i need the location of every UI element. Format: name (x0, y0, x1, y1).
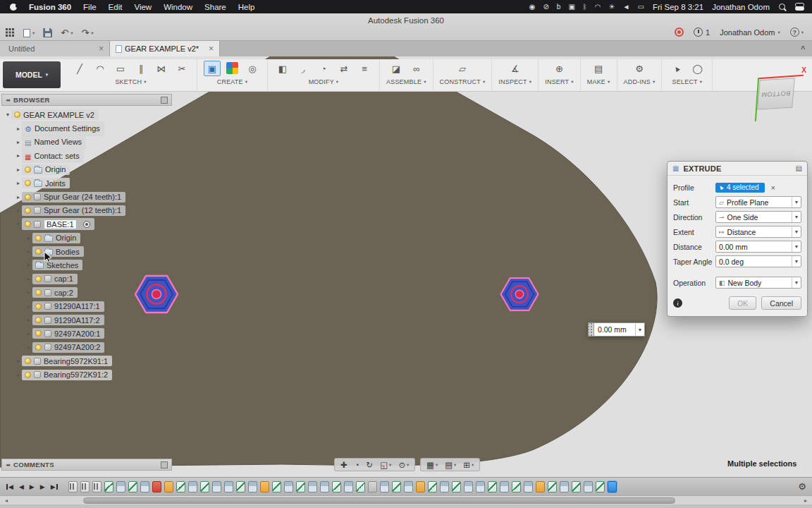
browser-item-cap-1[interactable]: ▸ cap:1 (1, 272, 172, 286)
menubar-menu[interactable]: Share (204, 3, 226, 11)
app-menu-name[interactable]: Fusion 360 (29, 3, 71, 11)
undo-button[interactable]: ↶▾ (61, 28, 73, 38)
timeline-feature-icon[interactable] (140, 481, 149, 492)
ribbon-group-label-sketch[interactable]: SKETCH▾ (115, 78, 146, 85)
clear-selection-icon[interactable]: × (771, 183, 775, 192)
menubar-menu[interactable]: File (83, 3, 97, 11)
row-icon[interactable] (25, 167, 31, 173)
browser-item-bearing-2[interactable]: ▸ Bearing5972K91:2 (1, 368, 172, 381)
tab-close-icon[interactable]: × (99, 44, 104, 54)
expander-icon[interactable]: ▸ (25, 289, 32, 296)
go-to-end-icon[interactable]: ▶ (51, 483, 59, 490)
shell-icon[interactable]: ◔ (315, 61, 332, 76)
scroll-right-icon[interactable]: ▸ (801, 496, 811, 504)
hex-bolt-head-right[interactable] (498, 273, 541, 315)
row-icon-2[interactable] (34, 207, 41, 214)
timeline-feature-icon[interactable] (188, 481, 197, 492)
row-icon-2[interactable] (44, 344, 51, 351)
browser-item-bearing-1[interactable]: ▸ Bearing5972K91:1 (1, 354, 172, 368)
timeline-feature-icon[interactable] (464, 481, 473, 492)
tab-gear-example-v2[interactable]: GEAR EXAMPLE v2* × (110, 41, 220, 56)
menubar-clock[interactable]: Fri Sep 8 3:21 (653, 3, 703, 11)
timeline-feature-icon[interactable] (284, 481, 293, 492)
menubar-status-icon[interactable]: ☀ (609, 3, 615, 11)
row-icon[interactable] (25, 221, 31, 227)
browser-item-91290a117-1[interactable]: ▸ 91290A117:1 (1, 299, 172, 313)
collapse-panel-icon[interactable]: ◂◂ (6, 462, 9, 468)
timeline-feature-icon[interactable] (488, 481, 497, 492)
redo-button[interactable]: ↷▾ (81, 28, 93, 38)
row-icon[interactable] (25, 135, 31, 148)
cancel-button[interactable]: Cancel (761, 296, 801, 310)
dialog-titlebar[interactable]: ▦ EXTRUDE ▤ (668, 162, 807, 176)
ribbon-group-label-select[interactable]: SELECT▾ (672, 78, 703, 85)
browser-item-root[interactable]: ▾ GEAR EXAMPLE v2 (1, 108, 172, 121)
row-icon[interactable] (35, 317, 42, 323)
timeline-feature-icon[interactable] (368, 481, 377, 492)
timeline-feature-icon[interactable] (584, 481, 593, 492)
browser-item-base-bodies[interactable]: ▸ Bodies (1, 245, 172, 258)
viewcube-face[interactable]: BOTTOM (757, 78, 795, 110)
row-icon[interactable] (35, 303, 42, 310)
start-dropdown[interactable]: ▱ Profile Plane ▼ (715, 196, 801, 208)
joint-icon[interactable]: ∞ (408, 61, 425, 76)
row-icon-2[interactable] (44, 236, 53, 242)
help-menu[interactable]: ?▾ (790, 28, 804, 37)
row-icon[interactable] (25, 194, 31, 200)
play-icon[interactable]: ▶ (30, 483, 35, 490)
expander-icon[interactable]: ▸ (25, 262, 32, 268)
menubar-menu[interactable]: View (134, 3, 152, 11)
rectangle-icon[interactable]: ▭ (112, 61, 129, 76)
timeline-feature-icon[interactable] (164, 481, 173, 492)
collapse-panel-icon[interactable]: ◂◂ (6, 97, 9, 103)
mirror-icon[interactable]: ⋈ (153, 61, 170, 76)
revolve-icon[interactable]: ◎ (244, 61, 261, 76)
fillet-icon[interactable]: ◞ (295, 61, 312, 76)
row-icon[interactable] (25, 372, 31, 378)
step-back-icon[interactable]: ◀ (19, 483, 24, 490)
row-icon[interactable] (35, 330, 42, 337)
browser-header[interactable]: ◂◂ BROWSER (1, 94, 172, 106)
menubar-status-icon[interactable]: ▣ (568, 3, 574, 11)
info-icon[interactable]: i (673, 298, 682, 308)
timeline-feature-icon[interactable] (320, 481, 329, 492)
timeline-feature-icon[interactable] (332, 481, 341, 492)
expander-icon[interactable]: ▸ (25, 276, 32, 282)
app-grid-button[interactable] (6, 28, 15, 37)
timeline-settings-gear-icon[interactable]: ⚙ (798, 481, 806, 492)
expander-icon[interactable]: ▸ (25, 235, 32, 241)
row-icon[interactable] (35, 235, 42, 241)
control-center-icon[interactable] (795, 3, 804, 11)
distance-input[interactable]: 0.00 mm ▼ (594, 322, 645, 337)
user-menu[interactable]: Jonathan Odom▾ (720, 28, 780, 37)
browser-item-91290a117-2[interactable]: ▸ 91290A117:2 (1, 313, 172, 327)
scripts-addins-icon[interactable]: ⚙ (631, 61, 648, 76)
timeline-feature-icon[interactable] (428, 481, 437, 492)
timeline-feature-icon[interactable] (224, 481, 233, 492)
browser-item-contact-sets[interactable]: ▸ Contact: sets (1, 149, 172, 162)
comments-header[interactable]: ◂◂ COMMENTS (1, 459, 172, 471)
pan-icon[interactable]: ✚ (340, 460, 347, 470)
timeline-feature-icon[interactable] (104, 481, 113, 492)
dialog-menu-icon[interactable]: ▤ (796, 164, 802, 172)
line-icon[interactable]: ╱ (71, 61, 88, 76)
chevron-down-icon[interactable]: ▼ (792, 212, 801, 222)
expander-icon[interactable]: ▾ (15, 221, 22, 227)
timeline-feature-icon[interactable] (272, 481, 281, 492)
timeline-feature-icon[interactable] (416, 481, 425, 492)
menubar-menu[interactable]: Help (238, 3, 255, 11)
direction-dropdown[interactable]: ⇀ One Side ▼ (715, 211, 801, 223)
browser-item-origin[interactable]: ▸ Origin (1, 163, 172, 176)
expander-icon[interactable]: ▸ (15, 126, 22, 132)
insert-icon[interactable]: ⊕ (550, 61, 567, 76)
timeline-feature-icon[interactable] (608, 481, 617, 492)
horizontal-scrollbar[interactable]: ◂ ▸ (0, 495, 812, 504)
timeline-feature-icon[interactable] (212, 481, 221, 492)
timeline-feature-icon[interactable] (596, 481, 605, 492)
extent-dropdown[interactable]: ↦ Distance ▼ (715, 226, 801, 238)
go-to-start-icon[interactable]: ◀ (6, 483, 13, 490)
browser-item-joints[interactable]: ▸ Joints (1, 176, 172, 190)
browser-item-cap-2[interactable]: ▸ cap:2 (1, 286, 172, 299)
row-icon[interactable] (25, 122, 32, 135)
menubar-status-icon[interactable]: ◠ (595, 3, 601, 11)
